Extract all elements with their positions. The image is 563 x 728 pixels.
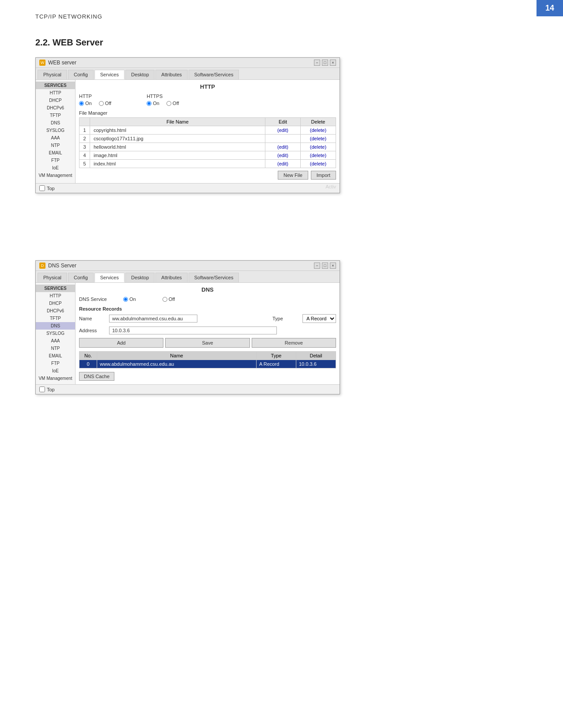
file-edit[interactable]: (edit) [265,126,301,135]
dns-service-vm[interactable]: VM Management [36,375,75,382]
service-dns[interactable]: DNS [36,119,75,127]
dns-minimize-button[interactable]: − [314,263,320,269]
file-no: 1 [79,126,90,135]
dns-service-ftp[interactable]: FTP [36,360,75,367]
file-col-edit: Edit [265,118,301,126]
dns-on-radio[interactable] [123,297,128,302]
file-table: File Name Edit Delete 1 copyrights.html … [79,117,336,168]
web-server-controls[interactable]: − □ × [314,60,336,66]
dns-service-syslog[interactable]: SYSLOG [36,330,75,337]
file-no: 3 [79,143,90,151]
tab-physical[interactable]: Physical [38,70,67,79]
file-edit[interactable]: (edit) [265,143,301,151]
http-on-radio[interactable] [79,101,84,106]
dns-service-ntp[interactable]: NTP [36,345,75,352]
dns-tab-attributes[interactable]: Attributes [155,273,187,282]
dns-on-label[interactable]: On [123,296,136,302]
file-col-delete: Delete [301,118,336,126]
http-panel-title: HTTP [79,83,336,90]
dns-server-window: D DNS Server − □ × Physical Config Servi… [35,260,340,394]
tab-services[interactable]: Services [94,70,125,79]
dns-tab-services[interactable]: Services [94,273,125,282]
https-on-radio[interactable] [147,101,151,106]
file-delete[interactable]: (delete) [301,126,336,135]
table-row: 2 cscoptlogo177x111.jpg (delete) [79,135,336,143]
top-checkbox[interactable] [39,185,45,191]
table-row: 3 helloworld.html (edit) (delete) [79,143,336,151]
import-button[interactable]: Import [311,171,336,180]
https-on-label[interactable]: On [147,101,159,106]
maximize-button[interactable]: □ [322,60,328,66]
dns-type-select[interactable]: A Record CNAME MX NS [302,314,336,323]
web-server-title-text: WEB server [48,60,76,66]
dns-service-dhcp[interactable]: DHCP [36,300,75,307]
page-header: TCP/IP NETWORKING [35,13,102,20]
dns-address-input[interactable] [109,326,277,334]
dns-off-label[interactable]: Off [162,296,175,302]
service-ioe[interactable]: IoE [36,164,75,172]
http-on-label[interactable]: On [79,101,92,106]
dns-server-title-group: D DNS Server [39,263,76,269]
https-off-radio[interactable] [166,101,171,106]
dns-tab-physical[interactable]: Physical [38,273,67,282]
http-off-radio[interactable] [99,101,104,106]
dns-rec-detail: 10.0.3.6 [296,360,336,368]
dns-tab-software-services[interactable]: Software/Services [189,273,239,282]
dns-server-controls[interactable]: − □ × [314,263,336,269]
services-header: SERVICES [36,82,75,89]
file-edit[interactable]: (edit) [265,151,301,160]
dns-rec-no: 0 [79,360,97,368]
dns-top-checkbox-label[interactable]: Top [39,387,55,392]
service-ftp[interactable]: FTP [36,157,75,164]
dns-service-http[interactable]: HTTP [36,292,75,300]
dns-maximize-button[interactable]: □ [322,263,328,269]
tab-software-services[interactable]: Software/Services [189,70,239,79]
dns-tab-desktop[interactable]: Desktop [125,273,155,282]
service-ntp[interactable]: NTP [36,142,75,149]
https-off-label[interactable]: Off [166,101,179,106]
tab-attributes[interactable]: Attributes [155,70,187,79]
dns-service-tftp[interactable]: TFTP [36,315,75,322]
tab-desktop[interactable]: Desktop [125,70,155,79]
service-vm[interactable]: VM Management [36,172,75,179]
dns-remove-button[interactable]: Remove [252,338,336,348]
tab-config[interactable]: Config [68,70,94,79]
dns-save-button[interactable]: Save [165,338,249,348]
dns-top-checkbox[interactable] [39,387,45,392]
file-delete[interactable]: (delete) [301,135,336,143]
dns-off-radio[interactable] [162,297,167,302]
file-delete[interactable]: (delete) [301,151,336,160]
file-edit[interactable]: (edit) [265,160,301,168]
dns-name-input[interactable] [109,315,197,323]
dns-panel-title: DNS [79,286,336,293]
dns-tab-config[interactable]: Config [68,273,94,282]
file-delete[interactable]: (delete) [301,160,336,168]
service-dhcpv6[interactable]: DHCPv6 [36,104,75,112]
dns-service-dhcpv6[interactable]: DHCPv6 [36,307,75,315]
service-http[interactable]: HTTP [36,89,75,97]
web-server-icon: W [39,60,45,66]
service-syslog[interactable]: SYSLOG [36,127,75,134]
http-off-label[interactable]: Off [99,101,111,106]
minimize-button[interactable]: − [314,60,320,66]
http-off-text: Off [105,101,111,106]
dns-cache-button[interactable]: DNS Cache [79,372,114,381]
service-tftp[interactable]: TFTP [36,112,75,119]
dns-service-dns[interactable]: DNS [36,322,75,330]
close-button[interactable]: × [330,60,336,66]
file-col-name: File Name [90,118,265,126]
dns-service-aaa[interactable]: AAA [36,337,75,345]
file-delete[interactable]: (delete) [301,143,336,151]
service-aaa[interactable]: AAA [36,134,75,142]
service-dhcp[interactable]: DHCP [36,97,75,104]
dns-add-button[interactable]: Add [79,338,163,348]
new-file-button[interactable]: New File [278,171,308,180]
https-on-text: On [153,101,159,106]
dns-service-ioe[interactable]: IoE [36,367,75,375]
top-checkbox-label[interactable]: Top [39,185,55,191]
dns-service-email[interactable]: EMAIL [36,352,75,360]
table-row[interactable]: 0 www.abdulmohammed.csu.edu.au A Record … [79,360,336,368]
service-email[interactable]: EMAIL [36,149,75,157]
dns-close-button[interactable]: × [330,263,336,269]
dns-on-text: On [129,296,136,302]
